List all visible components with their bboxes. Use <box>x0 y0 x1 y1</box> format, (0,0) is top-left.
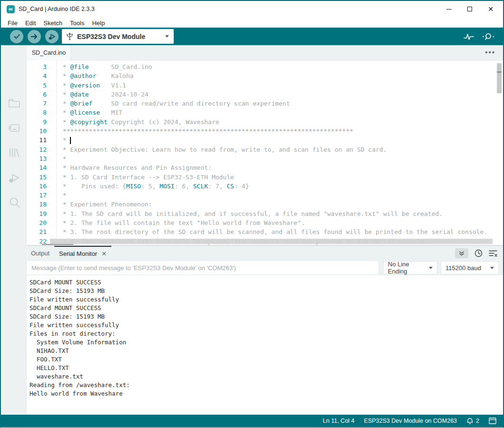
line-number: 21 <box>27 227 47 236</box>
serial-output-line: SDCard Size: 15193 MB <box>30 312 503 321</box>
clear-output-icon[interactable] <box>489 250 497 257</box>
code-line: * @brief SD card read/write and director… <box>59 99 487 108</box>
bottom-panel: Output Serial Monitor ✕ <box>27 246 503 415</box>
minimize-button[interactable] <box>438 0 459 18</box>
horizontal-scrollbar[interactable] <box>50 239 493 244</box>
verify-button[interactable] <box>10 30 23 43</box>
activity-sidebar <box>1 45 27 415</box>
line-number: 19 <box>27 209 47 218</box>
line-number: 20 <box>27 218 47 227</box>
window-title: SD_Card | Arduino IDE 2.3.3 <box>19 6 95 12</box>
line-ending-value: No Line Ending <box>388 261 429 275</box>
line-number: 8 <box>27 108 47 117</box>
line-number: 4 <box>27 71 47 80</box>
code-line: * Hardware Resources and Pin Assignment: <box>59 163 487 172</box>
serial-monitor-icon[interactable] <box>482 32 494 41</box>
menu-tools[interactable]: Tools <box>66 19 88 27</box>
gutter-divider <box>56 60 57 245</box>
code-line: * @author Kaloha <box>59 71 487 80</box>
code-line: * 1. The SD card will be initialized, an… <box>59 209 487 218</box>
arrow-right-icon <box>30 33 38 40</box>
code-line: * <box>59 191 487 200</box>
chevron-down-icon <box>490 267 494 269</box>
serial-output-line: Files in root directory: <box>30 330 503 338</box>
maximize-icon <box>467 7 472 11</box>
line-number: 13 <box>27 154 47 163</box>
tab-output-label: Output <box>31 250 49 257</box>
debug-button[interactable] <box>45 30 59 43</box>
line-number: 15 <box>27 173 47 182</box>
serial-output-line: File written successfully <box>30 295 503 304</box>
code-line: * @date 2024-10-24 <box>59 90 487 99</box>
code-editor[interactable]: 345678910111213141516171819202122 * @fil… <box>27 60 503 245</box>
code-line: * @license MIT <box>59 108 487 117</box>
code-line: * Pins used: {MISO: 5, MOSI: 6, SCLK: 7,… <box>59 182 487 191</box>
line-number: 7 <box>27 99 47 108</box>
scrollbar-decoration <box>497 71 502 73</box>
line-number: 3 <box>27 62 47 71</box>
upload-button[interactable] <box>28 30 41 43</box>
board-selector[interactable]: ESP32S3 Dev Module <box>62 29 174 44</box>
serial-message-input[interactable]: Message (Enter to send message to 'ESP32… <box>27 261 378 274</box>
line-number: 5 <box>27 81 47 90</box>
toolbar: ESP32S3 Dev Module <box>1 28 503 45</box>
cursor-position[interactable]: Ln 11, Col 4 <box>323 418 354 424</box>
serial-monitor-output[interactable]: SDCard MOUNT SUCCESSSDCard Size: 15193 M… <box>27 275 503 415</box>
line-number: 10 <box>27 126 47 136</box>
close-button[interactable]: ✕ <box>480 0 501 18</box>
code-line: * Experiment Objective: Learn how to rea… <box>59 145 487 154</box>
status-bar: Ln 11, Col 4 ESP32S3 Dev Module on COM26… <box>0 415 504 427</box>
bell-icon <box>466 418 474 425</box>
line-number: 14 <box>27 163 47 172</box>
debug-icon[interactable] <box>8 171 21 185</box>
code-line: * <box>59 154 487 163</box>
code-line: ****************************************… <box>59 126 487 136</box>
sketchbook-folder-icon[interactable] <box>8 97 21 110</box>
library-manager-icon[interactable] <box>8 146 21 159</box>
line-number: 12 <box>27 145 47 154</box>
message-placeholder: Message (Enter to send message to 'ESP32… <box>31 264 236 272</box>
serial-output-line: waveshare.txt <box>30 372 503 381</box>
minimize-icon <box>446 9 452 10</box>
serial-output-line: FOO.TXT <box>30 355 503 364</box>
vertical-scrollbar-thumb[interactable] <box>497 63 502 93</box>
menu-help[interactable]: Help <box>88 19 109 27</box>
menu-bar: File Edit Sketch Tools Help <box>1 18 503 28</box>
search-icon[interactable] <box>8 196 21 209</box>
tab-serial-monitor[interactable]: Serial Monitor ✕ <box>54 246 111 261</box>
panel-header: Output Serial Monitor ✕ <box>27 246 503 261</box>
tab-sd-card-ino[interactable]: SD_Card.ino <box>27 45 71 60</box>
serial-output-line: Reading from /waveshare.txt: <box>30 381 503 389</box>
line-ending-select[interactable]: No Line Ending <box>383 261 437 274</box>
menu-edit[interactable]: Edit <box>21 19 40 27</box>
chevron-down-icon <box>165 35 169 38</box>
tab-serial-monitor-label: Serial Monitor <box>59 250 97 257</box>
notifications-button[interactable]: 2 <box>466 418 479 425</box>
menu-sketch[interactable]: Sketch <box>40 19 66 27</box>
editor-overflow-menu[interactable]: ••• <box>485 48 495 56</box>
serial-output-line: Hello world from Waveshare <box>30 389 503 398</box>
tab-output[interactable]: Output <box>31 246 49 261</box>
line-number: 6 <box>27 90 47 99</box>
menu-file[interactable]: File <box>4 19 21 27</box>
board-port-status[interactable]: ESP32S3 Dev Module on COM263 <box>364 418 457 424</box>
serial-input-row: Message (Enter to send message to 'ESP32… <box>27 261 503 275</box>
serial-output-line: System Volume Information <box>30 338 503 347</box>
maximize-button[interactable] <box>459 0 480 18</box>
close-tab-icon[interactable]: ✕ <box>101 250 107 257</box>
collapse-panel-button[interactable] <box>455 248 468 258</box>
line-number: 11 <box>27 136 47 145</box>
serial-output-line: HELLO.TXT <box>30 364 503 372</box>
boards-manager-icon[interactable] <box>8 121 21 135</box>
code-content: * @file SD_Card.ino * @author Kaloha * @… <box>59 62 487 245</box>
baud-rate-select[interactable]: 115200 baud <box>441 261 499 274</box>
line-number: 17 <box>27 191 47 200</box>
serial-output-line: NIHAO.TXT <box>30 347 503 355</box>
board-selector-label: ESP32S3 Dev Module <box>77 33 161 40</box>
serial-plotter-icon[interactable] <box>463 32 474 41</box>
code-line: * @file SD_Card.ino <box>59 62 487 71</box>
toggle-panel-button[interactable] <box>489 418 496 424</box>
close-icon: ✕ <box>488 6 494 12</box>
timestamp-clock-icon[interactable] <box>474 249 483 257</box>
code-line: * 2. The file will contain the text "Hel… <box>59 218 487 227</box>
